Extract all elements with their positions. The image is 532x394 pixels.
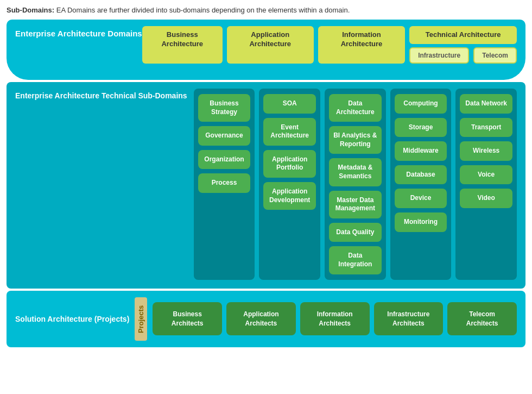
sd-master-data: Master Data Management	[329, 191, 382, 218]
sd-storage: Storage	[395, 118, 447, 137]
sd-metadata-semantics: Metadata & Semantics	[329, 158, 382, 186]
technical-section-label: Enterprise Architecture Technical Sub-Do…	[15, 89, 187, 101]
sd-data-network: Data Network	[460, 94, 512, 114]
sd-bi-analytics: BI Analytics & Reporting	[329, 126, 382, 154]
tech-sub-telecom: Telecom	[473, 47, 517, 64]
arch-application: Application Architects	[226, 302, 296, 336]
sd-wireless: Wireless	[460, 141, 512, 161]
sd-video: Video	[460, 189, 512, 208]
sd-data-integration: Data Integration	[329, 246, 382, 274]
sd-data-architecture: Data Architecture	[329, 94, 382, 122]
sd-middleware: Middleware	[395, 141, 447, 161]
sd-soa: SOA	[263, 94, 316, 114]
page-wrapper: Sub-Domains: EA Domains are further divi…	[0, 0, 532, 353]
sd-voice: Voice	[460, 165, 512, 185]
solution-label: Solution Architecture (Projects)	[15, 314, 129, 324]
technical-inner: Enterprise Architecture Technical Sub-Do…	[15, 89, 517, 280]
subtitle-text: EA Domains are further divided into sub-…	[54, 6, 350, 14]
sd-governance: Governance	[198, 126, 251, 146]
technical-arch-group: Technical Architecture Infrastructure Te…	[409, 26, 517, 64]
arch-business: Business Architects	[153, 302, 222, 336]
sub-domain-col-business: Business Strategy Governance Organizatio…	[194, 89, 255, 280]
sd-device: Device	[395, 189, 447, 208]
tech-sub-infrastructure: Infrastructure	[409, 47, 469, 64]
domains-grid: Business Architecture Application Archit…	[142, 26, 517, 64]
sd-application-portfolio: Application Portfolio	[263, 150, 316, 178]
ea-domains-label: Enterprise Architecture Domains	[15, 26, 142, 39]
domain-application-arch: Application Architecture	[227, 26, 314, 64]
solution-architects-row: Business Architects Application Architec…	[153, 302, 517, 336]
arch-information: Information Architects	[300, 302, 370, 336]
domain-information-arch: Information Architecture	[318, 26, 406, 64]
ea-domains-section: Enterprise Architecture Domains Business…	[7, 20, 525, 80]
solution-section: Solution Architecture (Projects) Project…	[7, 291, 525, 347]
subtitle-bold: Sub-Domains:	[7, 6, 54, 14]
technical-sub-row: Infrastructure Telecom	[409, 47, 517, 64]
ea-technical-section: Enterprise Architecture Technical Sub-Do…	[7, 82, 525, 289]
sd-event-architecture: Event Architecture	[263, 118, 316, 146]
solution-inner: Solution Architecture (Projects) Project…	[15, 297, 517, 341]
sub-domain-col-application: SOA Event Architecture Application Portf…	[259, 89, 320, 280]
sd-application-development: Application Development	[263, 182, 316, 210]
sd-database: Database	[395, 165, 447, 185]
sd-transport: Transport	[460, 118, 512, 137]
sd-data-quality: Data Quality	[329, 223, 382, 242]
sub-domain-col-telecom: Data Network Transport Wireless Voice Vi…	[455, 89, 517, 280]
sd-organization: Organization	[198, 150, 251, 170]
domain-technical-arch: Technical Architecture	[409, 26, 517, 44]
sd-process: Process	[198, 173, 251, 193]
domain-business-arch: Business Architecture	[142, 26, 223, 64]
sub-domain-col-infrastructure: Computing Storage Middleware Database De…	[390, 89, 452, 280]
subtitle: Sub-Domains: EA Domains are further divi…	[7, 5, 525, 15]
arch-infrastructure: Infrastructure Architects	[374, 302, 444, 336]
sd-computing: Computing	[395, 94, 447, 114]
sd-business-strategy: Business Strategy	[198, 94, 251, 122]
sub-domains-grid: Business Strategy Governance Organizatio…	[194, 89, 517, 280]
sub-domain-col-information: Data Architecture BI Analytics & Reporti…	[325, 89, 386, 280]
arch-telecom: Telecom Architects	[447, 302, 517, 336]
projects-label: Projects	[135, 297, 147, 341]
sd-monitoring: Monitoring	[395, 212, 447, 232]
domains-row: Business Architecture Application Archit…	[142, 26, 517, 64]
